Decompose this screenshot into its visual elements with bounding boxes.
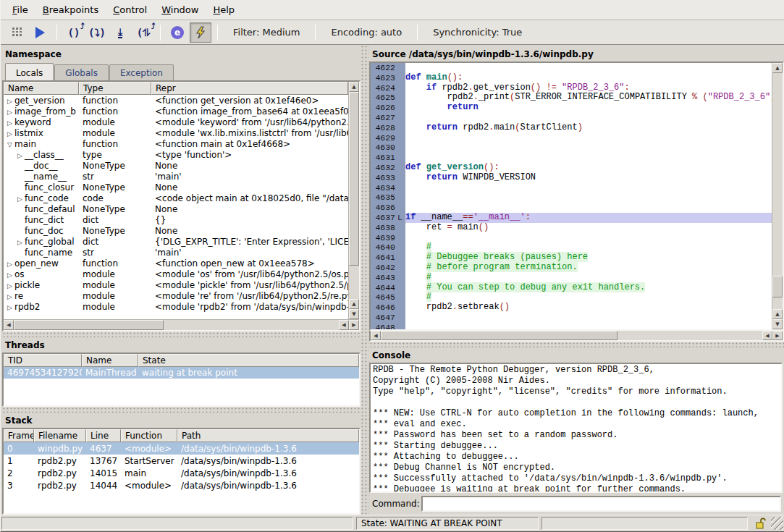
scroll-down-icon[interactable]: ▼ (349, 309, 359, 319)
gutter-line[interactable]: 4630 (371, 143, 405, 153)
namespace-horizontal-scrollbar[interactable]: ◀ ◀ ▶ (4, 319, 359, 330)
stack-frame-row[interactable]: 0winpdb.py4637<module>/data/sys/bin/winp… (4, 442, 359, 455)
tree-expand-icon[interactable]: ▷ (5, 130, 14, 138)
gutter-line[interactable]: 4641 (371, 253, 405, 263)
gutter-line[interactable]: 4624 (371, 83, 405, 93)
namespace-row[interactable]: ▷get_versionfunction<function get_versio… (4, 95, 348, 106)
column-header-tid[interactable]: TID (4, 354, 82, 367)
splitter-handle[interactable] (361, 45, 369, 515)
namespace-row[interactable]: func_namestr'main' (4, 247, 348, 258)
menu-item-window[interactable]: Window (154, 1, 206, 18)
gutter-line[interactable]: 4633 (371, 173, 405, 183)
namespace-row[interactable]: func_closurNoneTypeNone (4, 182, 348, 193)
column-header-state[interactable]: State (138, 354, 359, 367)
tree-expand-icon[interactable]: ▷ (5, 261, 14, 268)
source-line[interactable] (405, 153, 772, 163)
scroll-down-icon[interactable]: ▼ (772, 319, 783, 329)
gutter-line[interactable]: 4640 (371, 242, 405, 253)
source-line[interactable]: def get_version(): (405, 163, 772, 173)
source-line[interactable]: return rpdb2.main(StartClient) (405, 123, 772, 133)
source-line[interactable] (405, 113, 772, 123)
namespace-row[interactable]: ▷func_codecode<code object main at 0x180… (4, 193, 348, 203)
scroll-up-icon[interactable]: ▲ (772, 63, 783, 73)
scroll-left-icon[interactable]: ◀ (4, 320, 14, 330)
scroll-left-icon[interactable]: ◀ (339, 320, 349, 330)
gutter-line[interactable]: 4637L (371, 213, 405, 223)
go-button[interactable] (29, 22, 51, 43)
gutter-line[interactable]: 4627 (371, 113, 405, 123)
return-button[interactable]: (⤴⥮ (132, 22, 154, 43)
gutter-line[interactable]: 4634 (371, 183, 405, 193)
tree-expand-icon[interactable]: ▷ (5, 109, 14, 116)
namespace-row[interactable]: ▷listmixmodule<module 'wx.lib.mixins.lis… (4, 127, 348, 138)
source-line[interactable] (405, 323, 772, 329)
source-line[interactable] (405, 183, 772, 193)
gutter-line[interactable]: 4636 (371, 203, 405, 213)
column-header-function[interactable]: Function (121, 429, 177, 442)
column-header-repr[interactable]: Repr (151, 82, 348, 95)
scroll-up-icon[interactable]: ▲ (349, 82, 359, 92)
gutter-line[interactable]: 4626 (371, 103, 405, 113)
namespace-row[interactable]: ▷__class__type<type 'function'> (4, 149, 348, 160)
break-button[interactable] (6, 22, 28, 43)
source-line[interactable] (405, 203, 772, 213)
gutter-line[interactable]: 4625 (371, 93, 405, 103)
column-header-type[interactable]: Type (79, 82, 151, 95)
source-code[interactable]: def main(): if rpdb2.get_version() != "R… (405, 63, 772, 329)
gutter-line[interactable]: 4648 (371, 323, 405, 329)
namespace-row[interactable]: ▷osmodule<module 'os' from '/usr/lib64/p… (4, 269, 348, 279)
namespace-row[interactable]: __name__str'main' (4, 171, 348, 182)
tree-expand-icon[interactable]: ▷ (15, 239, 25, 246)
tree-expand-icon[interactable]: ▷ (15, 195, 25, 203)
gutter-line[interactable]: 4647 (371, 313, 405, 323)
encoding-button[interactable]: e (167, 22, 188, 43)
gutter-line[interactable]: 4639 (371, 233, 405, 243)
stack-frame-row[interactable]: 3rpdb2.py14044<module>/data/sys/bin/winp… (4, 479, 359, 491)
scroll-right-icon[interactable]: ▶ (772, 331, 783, 340)
column-header-filename[interactable]: Filename (34, 429, 86, 442)
source-line[interactable] (405, 233, 772, 243)
gutter-line[interactable]: 4646 (371, 303, 405, 313)
namespace-row[interactable]: ▽mainfunction<function main at 0x1ef4668… (4, 138, 348, 149)
source-line[interactable]: return WINPDB_VERSION (405, 173, 772, 183)
menu-item-file[interactable]: File (5, 1, 35, 18)
tree-expand-icon[interactable]: ▷ (5, 293, 14, 300)
tree-expand-icon[interactable]: ▷ (5, 98, 14, 105)
column-header-path[interactable]: Path (177, 429, 359, 442)
menu-item-help[interactable]: Help (206, 1, 242, 18)
tree-expand-icon[interactable]: ▷ (5, 271, 14, 279)
source-line[interactable] (405, 143, 772, 153)
namespace-row[interactable]: ▷keywordmodule<module 'keyword' from '/u… (4, 117, 348, 127)
tree-expand-icon[interactable]: ▷ (5, 304, 14, 311)
source-line[interactable] (405, 313, 772, 323)
namespace-row[interactable]: ▷rpdb2module<module 'rpdb2' from '/data/… (4, 301, 348, 312)
menu-item-control[interactable]: Control (106, 1, 154, 18)
source-line[interactable] (405, 63, 772, 73)
source-line[interactable]: # (405, 273, 772, 283)
namespace-row[interactable]: ▷open_newfunction<function open_new at 0… (4, 258, 348, 269)
synchronicity-button[interactable] (190, 22, 211, 43)
source-line[interactable]: if rpdb2.get_version() != "RPDB_2_3_6": (405, 83, 772, 93)
scroll-up-icon[interactable]: ▲ (349, 299, 359, 309)
gutter-line[interactable]: 4631 (371, 153, 405, 163)
gutter-line[interactable]: 4638 (371, 223, 405, 233)
menu-item-breakpoints[interactable]: Breakpoints (35, 1, 106, 18)
next-button[interactable]: ()⤴ (63, 22, 85, 43)
tree-expand-icon[interactable]: ▷ (15, 152, 25, 159)
splitter-handle[interactable] (2, 332, 361, 337)
source-line[interactable]: # You can step to debug any exit handler… (405, 283, 772, 293)
tree-expand-icon[interactable]: ▷ (5, 282, 14, 290)
source-gutter[interactable]: 4622462346244625462646274628462946304631… (371, 63, 405, 329)
gutter-line[interactable]: 4623 (371, 73, 405, 83)
gutter-line[interactable]: 4644 (371, 283, 405, 293)
goto-button[interactable]: ⤓ (109, 22, 131, 43)
gutter-line[interactable]: 4628 (371, 123, 405, 133)
step-button[interactable]: (⤵) (86, 22, 108, 43)
scroll-left-icon[interactable]: ◀ (371, 331, 381, 340)
source-line[interactable]: ret = main() (405, 223, 772, 233)
splitter-handle[interactable] (369, 342, 784, 347)
tab-exception[interactable]: Exception (109, 64, 174, 80)
scroll-up-icon[interactable]: ▲ (772, 309, 783, 319)
scroll-left-icon[interactable]: ◀ (762, 331, 772, 340)
namespace-row[interactable]: ▷remodule<module 're' from '/usr/lib64/p… (4, 290, 348, 301)
